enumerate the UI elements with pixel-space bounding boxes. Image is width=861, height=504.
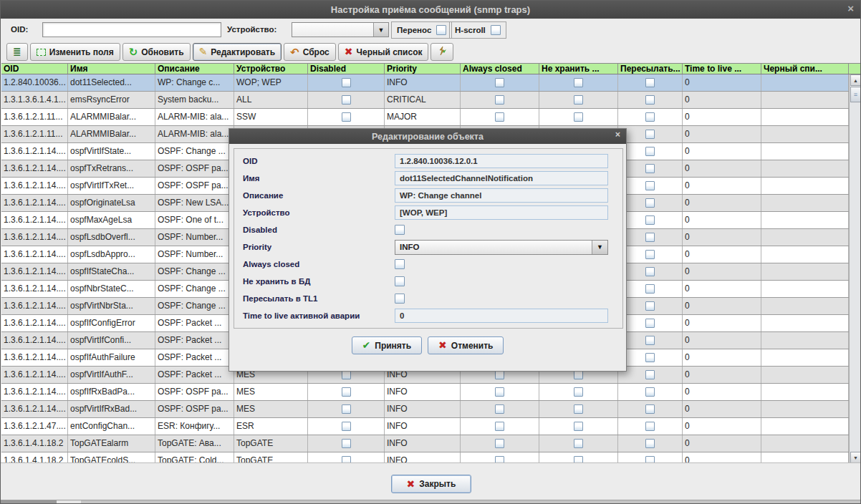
scrollbar-thumb[interactable]: ≡ bbox=[850, 87, 861, 102]
edit-button[interactable]: ✎Редактировать bbox=[193, 43, 282, 61]
row-checkbox[interactable] bbox=[574, 95, 583, 105]
chevron-down-icon[interactable]: ▼ bbox=[592, 241, 607, 254]
cancel-button[interactable]: ✖ Отменить bbox=[428, 336, 504, 354]
row-checkbox[interactable] bbox=[645, 387, 655, 397]
row-checkbox[interactable] bbox=[645, 112, 655, 122]
window-close-icon[interactable]: × bbox=[847, 2, 854, 14]
column-header[interactable]: Priority bbox=[385, 64, 461, 74]
row-checkbox[interactable] bbox=[342, 95, 351, 105]
row-checkbox[interactable] bbox=[645, 422, 655, 431]
reset-button[interactable]: ↶Сброс bbox=[284, 43, 336, 61]
field-list-button[interactable]: ≣ bbox=[6, 43, 28, 61]
dialog-close-icon[interactable]: × bbox=[615, 130, 620, 140]
vertical-scrollbar[interactable]: ▲ ≡ ▼ bbox=[849, 74, 861, 462]
edit-fields-button[interactable]: Изменить поля bbox=[30, 43, 120, 61]
chevron-down-icon[interactable]: ▼ bbox=[373, 23, 388, 37]
row-checkbox[interactable] bbox=[495, 95, 504, 105]
accept-button[interactable]: ✔ Принять bbox=[352, 336, 423, 354]
row-checkbox[interactable] bbox=[495, 112, 504, 122]
row-checkbox[interactable] bbox=[574, 387, 583, 397]
field-input[interactable]: [WOP, WEP] bbox=[395, 205, 608, 220]
row-checkbox[interactable] bbox=[645, 319, 655, 328]
field-input[interactable]: WP: Change channel bbox=[395, 188, 608, 203]
row-checkbox[interactable] bbox=[645, 215, 655, 225]
row-checkbox[interactable] bbox=[495, 456, 504, 462]
row-checkbox[interactable] bbox=[495, 78, 504, 87]
priority-combo[interactable]: INFO▼ bbox=[395, 240, 608, 255]
row-checkbox[interactable] bbox=[645, 164, 655, 173]
table-row[interactable]: 1.3.6.1.4.1.18.2TopGATEcoldS...TopGATE: … bbox=[1, 452, 861, 462]
scroll-down-icon[interactable]: ▼ bbox=[850, 452, 861, 462]
row-checkbox[interactable] bbox=[645, 250, 655, 259]
row-checkbox[interactable] bbox=[645, 370, 655, 379]
apply-button[interactable] bbox=[430, 43, 453, 61]
row-checkbox[interactable] bbox=[645, 456, 655, 462]
field-input[interactable]: dot11SelectedChannelNotification bbox=[395, 171, 608, 185]
device-combo[interactable]: ▼ bbox=[292, 22, 389, 37]
row-checkbox[interactable] bbox=[495, 422, 504, 431]
row-checkbox[interactable] bbox=[342, 439, 351, 448]
row-checkbox[interactable] bbox=[574, 422, 583, 431]
column-header[interactable]: OID bbox=[1, 64, 68, 74]
row-checkbox[interactable] bbox=[645, 130, 655, 139]
column-header[interactable]: Пересылать... bbox=[618, 64, 683, 74]
oid-input[interactable] bbox=[42, 22, 221, 37]
table-row[interactable]: 1.3.6.1.2.1.14....ospfVirtIfRxBad...OSPF… bbox=[1, 401, 861, 418]
row-checkbox[interactable] bbox=[645, 78, 655, 87]
field-checkbox[interactable] bbox=[395, 294, 405, 304]
row-checkbox[interactable] bbox=[495, 404, 504, 414]
column-header[interactable]: Always closed bbox=[461, 64, 539, 74]
column-header[interactable]: Не хранить ... bbox=[539, 64, 618, 74]
refresh-button[interactable]: ↻Обновить bbox=[122, 43, 191, 61]
row-checkbox[interactable] bbox=[645, 233, 655, 242]
row-checkbox[interactable] bbox=[495, 387, 504, 397]
column-header[interactable]: Disabled bbox=[308, 64, 385, 74]
row-checkbox[interactable] bbox=[342, 387, 351, 397]
row-checkbox[interactable] bbox=[342, 456, 351, 462]
table-row[interactable]: 1.3.6.1.2.1.11...ALARMMIBalar...ALARM-MI… bbox=[1, 109, 861, 126]
row-checkbox[interactable] bbox=[342, 112, 351, 122]
row-checkbox[interactable] bbox=[342, 422, 351, 431]
row-checkbox[interactable] bbox=[574, 404, 583, 414]
field-checkbox[interactable] bbox=[395, 276, 405, 286]
row-checkbox[interactable] bbox=[574, 439, 583, 448]
hscroll-checkbox[interactable] bbox=[491, 25, 501, 35]
table-cell: OSPF: OSPF pa... bbox=[155, 160, 234, 177]
table-row[interactable]: 1.2.840.10036...dot11Selected...WP: Chan… bbox=[1, 74, 861, 92]
column-header[interactable]: Описание bbox=[155, 64, 234, 74]
table-row[interactable]: 1.3.6.1.4.1.18.2TopGATEalarmTopGATE: Ава… bbox=[1, 435, 861, 452]
row-checkbox[interactable] bbox=[645, 284, 655, 294]
row-checkbox[interactable] bbox=[645, 353, 655, 362]
column-header[interactable]: Time to live ... bbox=[683, 64, 761, 74]
column-header[interactable]: Имя bbox=[68, 64, 155, 74]
row-checkbox[interactable] bbox=[645, 301, 655, 311]
row-checkbox[interactable] bbox=[645, 95, 655, 105]
table-row[interactable]: 1.3.1.3.6.1.4.1...emsRsyncErrorSystem ba… bbox=[1, 92, 861, 109]
field-checkbox[interactable] bbox=[395, 225, 405, 235]
row-checkbox[interactable] bbox=[645, 336, 655, 345]
row-checkbox[interactable] bbox=[342, 404, 351, 414]
row-checkbox[interactable] bbox=[574, 456, 583, 462]
row-checkbox[interactable] bbox=[574, 112, 583, 122]
row-checkbox[interactable] bbox=[645, 147, 655, 156]
field-checkbox[interactable] bbox=[395, 259, 405, 269]
row-checkbox[interactable] bbox=[645, 181, 655, 190]
row-checkbox[interactable] bbox=[645, 404, 655, 414]
close-window-button[interactable]: ✖ Закрыть bbox=[391, 475, 471, 493]
row-checkbox[interactable] bbox=[574, 78, 583, 87]
row-checkbox[interactable] bbox=[645, 267, 655, 276]
table-row[interactable]: 1.3.6.1.2.1.14....ospfIfRxBadPa...OSPF: … bbox=[1, 384, 861, 401]
field-input[interactable]: 1.2.840.10036.12.0.1 bbox=[395, 154, 608, 168]
row-checkbox[interactable] bbox=[645, 198, 655, 208]
reset-button-label: Сброс bbox=[303, 47, 330, 57]
row-checkbox[interactable] bbox=[645, 439, 655, 448]
scroll-up-icon[interactable]: ▲ bbox=[850, 74, 861, 86]
column-header[interactable]: Черный спи... bbox=[761, 64, 849, 74]
column-header[interactable]: Устройство bbox=[234, 64, 308, 74]
row-checkbox[interactable] bbox=[342, 78, 351, 87]
table-row[interactable]: 1.3.6.1.2.1.47....entConfigChan...ESR: К… bbox=[1, 418, 861, 435]
row-checkbox[interactable] bbox=[495, 439, 504, 448]
blacklist-button[interactable]: ✖Черный список bbox=[338, 43, 429, 61]
wrap-checkbox[interactable] bbox=[436, 25, 446, 35]
field-input[interactable]: 0 bbox=[395, 309, 608, 323]
